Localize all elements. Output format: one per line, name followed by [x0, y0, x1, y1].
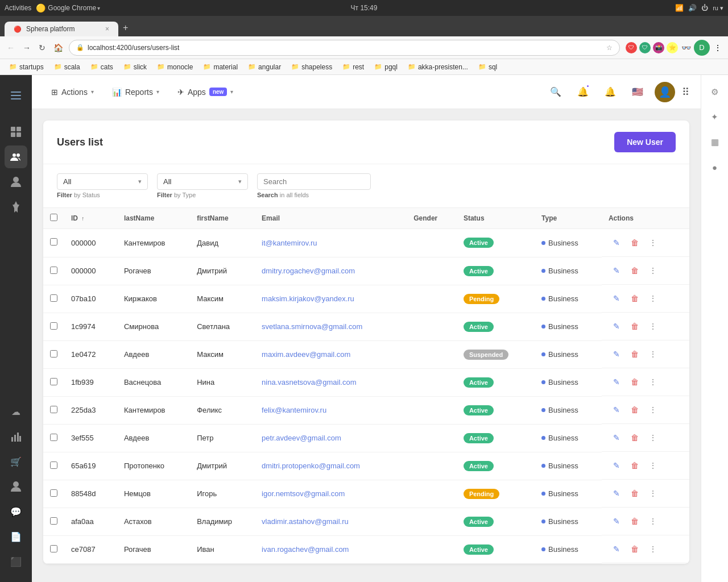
row-email[interactable]: dmitri.protopenko@gmail.com — [255, 452, 407, 480]
right-panel-circle[interactable]: ● — [705, 157, 725, 177]
user-avatar[interactable]: 👤 — [655, 82, 675, 102]
sidebar-item-chat[interactable]: 💬 — [5, 500, 27, 523]
delete-button[interactable]: 🗑 — [627, 541, 643, 557]
row-checkbox[interactable] — [50, 238, 57, 246]
edit-button[interactable]: ✎ — [609, 402, 624, 418]
more-button[interactable]: ⋮ — [645, 374, 661, 390]
more-button[interactable]: ⋮ — [645, 458, 661, 473]
sidebar-item-menu[interactable] — [5, 84, 27, 107]
active-tab[interactable]: 🔴 Sphera platform × — [5, 22, 118, 36]
more-button[interactable]: ⋮ — [645, 263, 661, 278]
delete-button[interactable]: 🗑 — [627, 346, 643, 362]
status-filter-select[interactable]: All Active Pending Suspended ▾ — [57, 173, 148, 190]
delete-button[interactable]: 🗑 — [627, 318, 643, 334]
more-button[interactable]: ⋮ — [645, 541, 661, 557]
right-panel-star[interactable]: ✦ — [705, 107, 725, 127]
right-panel-gear[interactable]: ⚙ — [705, 82, 725, 102]
search-input-wrap[interactable] — [257, 173, 371, 190]
status-select[interactable]: All Active Pending Suspended — [63, 177, 138, 186]
th-gender[interactable]: Gender — [407, 208, 457, 229]
more-button[interactable]: ⋮ — [645, 318, 661, 334]
sidebar-item-users[interactable] — [5, 146, 27, 168]
row-email[interactable]: it@kantemirov.ru — [255, 229, 407, 257]
row-checkbox[interactable] — [50, 434, 57, 441]
bookmark-monocle[interactable]: 📁 monocle — [152, 62, 197, 72]
type-select[interactable]: All Business Personal — [163, 177, 238, 186]
search-input[interactable] — [263, 177, 365, 186]
edit-button[interactable]: ✎ — [609, 374, 624, 390]
ext-profile[interactable]: D — [694, 40, 710, 56]
delete-button[interactable]: 🗑 — [627, 290, 643, 306]
th-email[interactable]: Email — [255, 208, 407, 229]
row-email[interactable]: igor.nemtsov@gmail.com — [255, 480, 407, 508]
tab-close-button[interactable]: × — [105, 25, 109, 33]
address-bar[interactable]: 🔒 localhost:4200/users/users-list ☆ — [69, 40, 620, 56]
select-all-checkbox[interactable] — [50, 214, 57, 221]
th-lastname[interactable]: lastName — [117, 208, 190, 229]
sidebar-item-shop[interactable]: 🛒 — [5, 450, 27, 473]
th-id[interactable]: ID ↑ — [64, 208, 117, 229]
edit-button[interactable]: ✎ — [609, 346, 624, 362]
row-email[interactable]: petr.avdeev@gmail.com — [255, 424, 407, 452]
row-checkbox[interactable] — [50, 267, 57, 274]
sidebar-item-analytics[interactable] — [5, 425, 27, 448]
row-checkbox[interactable] — [50, 462, 57, 469]
sidebar-item-profile[interactable] — [5, 475, 27, 498]
ext-glasses[interactable]: 👓 — [680, 42, 692, 53]
row-email[interactable]: svetlana.smirnova@gmail.com — [255, 313, 407, 340]
row-email[interactable]: maxim.avdeev@gmail.com — [255, 340, 407, 368]
back-button[interactable]: ← — [5, 41, 17, 55]
row-email[interactable]: dmitry.rogachev@gmail.com — [255, 257, 407, 285]
th-status[interactable]: Status — [457, 208, 535, 229]
row-email[interactable]: ivan.rogachev@gmail.com — [255, 535, 407, 563]
bookmark-apps[interactable]: 📁 startups — [5, 62, 48, 72]
more-button[interactable]: ⋮ — [645, 346, 661, 362]
alerts-button[interactable]: 🔔 — [600, 82, 621, 102]
language-button[interactable]: 🇺🇸 — [627, 82, 648, 102]
sidebar-item-user[interactable] — [5, 171, 27, 193]
edit-button[interactable]: ✎ — [609, 290, 624, 306]
edit-button[interactable]: ✎ — [609, 485, 624, 501]
row-checkbox[interactable] — [50, 517, 57, 525]
edit-button[interactable]: ✎ — [609, 318, 624, 334]
more-button[interactable]: ⋮ — [645, 290, 661, 306]
home-button[interactable]: 🏠 — [51, 41, 65, 55]
ext-menu[interactable]: ⋮ — [712, 42, 723, 53]
forward-button[interactable]: → — [20, 41, 33, 55]
bookmark-scala[interactable]: 📁 scala — [49, 62, 85, 72]
edit-button[interactable]: ✎ — [609, 513, 624, 529]
row-email[interactable]: maksim.kirjakov@yandex.ru — [255, 285, 407, 313]
bookmark-akka[interactable]: 📁 akka-presisten... — [403, 62, 473, 72]
apps-grid-button[interactable]: ⠿ — [682, 86, 689, 98]
sidebar-item-cloud[interactable]: ☁ — [5, 400, 27, 423]
new-tab-button[interactable]: + — [118, 19, 133, 36]
nav-item-apps[interactable]: ✈ Apps new ▾ — [169, 83, 241, 101]
bookmark-rest[interactable]: 📁 rest — [338, 62, 369, 72]
edit-button[interactable]: ✎ — [609, 430, 624, 446]
delete-button[interactable]: 🗑 — [627, 263, 643, 278]
edit-button[interactable]: ✎ — [609, 541, 624, 557]
more-button[interactable]: ⋮ — [645, 513, 661, 529]
th-type[interactable]: Type — [535, 208, 602, 229]
delete-button[interactable]: 🗑 — [627, 513, 643, 529]
bookmark-pgql[interactable]: 📁 pgql — [370, 62, 402, 72]
ext-ig[interactable]: 📸 — [653, 42, 664, 53]
bookmark-sql[interactable]: 📁 sql — [474, 62, 502, 72]
th-firstname[interactable]: firstName — [190, 208, 255, 229]
row-email[interactable]: felix@kantemirov.ru — [255, 396, 407, 424]
ext-shield[interactable]: 🛡 — [626, 42, 637, 53]
sidebar-item-document[interactable]: 📄 — [5, 525, 27, 548]
bookmark-angular[interactable]: 📁 angular — [243, 62, 286, 72]
more-button[interactable]: ⋮ — [645, 485, 661, 501]
more-button[interactable]: ⋮ — [645, 430, 661, 446]
delete-button[interactable]: 🗑 — [627, 430, 643, 446]
delete-button[interactable]: 🗑 — [627, 458, 643, 473]
delete-button[interactable]: 🗑 — [627, 402, 643, 418]
sidebar-item-dashboard[interactable] — [5, 120, 27, 143]
row-checkbox[interactable] — [50, 294, 57, 302]
bookmark-material[interactable]: 📁 material — [198, 62, 242, 72]
edit-button[interactable]: ✎ — [609, 235, 624, 251]
row-email[interactable]: nina.vasnetsova@gmail.com — [255, 368, 407, 396]
row-checkbox[interactable] — [50, 378, 57, 385]
type-filter-select[interactable]: All Business Personal ▾ — [157, 173, 248, 190]
